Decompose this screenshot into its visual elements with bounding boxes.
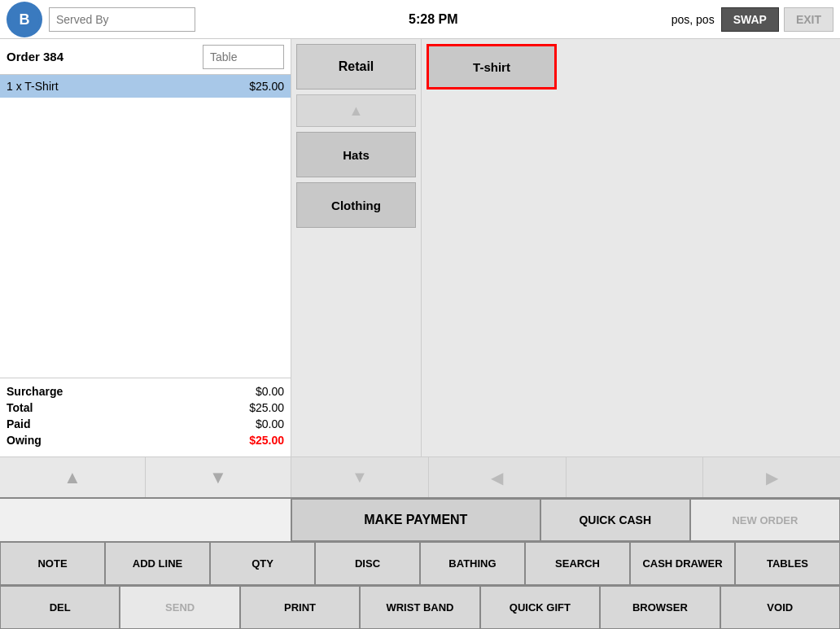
- quick-cash-button[interactable]: QUICK CASH: [540, 499, 690, 541]
- hats-button[interactable]: Hats: [296, 132, 416, 177]
- clothing-button[interactable]: Clothing: [296, 182, 416, 228]
- quick-gift-button[interactable]: QUICK GIFT: [480, 586, 600, 629]
- cash-drawer-button[interactable]: CASH DRAWER: [630, 542, 735, 585]
- order-label: Order 384: [7, 50, 63, 63]
- spacer-arrow: [567, 457, 704, 497]
- right-arrow-right[interactable]: ▶: [703, 457, 840, 497]
- left-arrow-mid[interactable]: ◀: [429, 457, 567, 497]
- exit-button[interactable]: EXIT: [784, 7, 833, 32]
- time-display: 5:28 PM: [195, 12, 672, 27]
- del-button[interactable]: DEL: [0, 586, 120, 629]
- print-button[interactable]: PRINT: [240, 586, 360, 629]
- order-items: 1 x T-Shirt $25.00: [0, 75, 291, 378]
- swap-button[interactable]: SWAP: [721, 7, 779, 32]
- up-arrow[interactable]: ▲: [296, 94, 416, 127]
- bottom-arrows: ▼ ◀ ▶: [291, 456, 840, 497]
- category-area: Retail ▲ Hats Clothing T-shirt: [291, 39, 840, 456]
- browser-button[interactable]: BROWSER: [600, 586, 720, 629]
- owing-value: $25.00: [249, 434, 284, 447]
- wrist-band-button[interactable]: WRIST BAND: [360, 586, 479, 629]
- order-item-name: 1 x T-Shirt: [7, 80, 249, 93]
- bathing-button[interactable]: BATHING: [420, 542, 525, 585]
- paid-label: Paid: [7, 417, 31, 430]
- table-input[interactable]: [203, 45, 284, 69]
- right-category-col: T-shirt: [422, 39, 840, 456]
- tables-button[interactable]: TABLES: [735, 542, 840, 585]
- owing-label: Owing: [7, 434, 42, 447]
- owing-row: Owing $25.00: [7, 434, 284, 447]
- new-order-button[interactable]: NEW ORDER: [690, 499, 840, 541]
- header: B 5:28 PM pos, pos SWAP EXIT: [0, 0, 840, 39]
- qty-button[interactable]: QTY: [210, 542, 315, 585]
- bottom-bar3: DEL SEND PRINT WRIST BAND QUICK GIFT BRO…: [0, 585, 840, 629]
- order-totals: Surcharge $0.00 Total $25.00 Paid $0.00 …: [0, 378, 291, 456]
- void-button[interactable]: VOID: [720, 586, 840, 629]
- content-area: Order 384 1 x T-Shirt $25.00 Surcharge $…: [0, 39, 840, 497]
- right-panel: Retail ▲ Hats Clothing T-shirt ▼ ◀ ▶: [291, 39, 840, 497]
- surcharge-value: $0.00: [256, 385, 284, 398]
- paid-row: Paid $0.00: [7, 417, 284, 430]
- app: B 5:28 PM pos, pos SWAP EXIT Order 384 1…: [0, 0, 840, 629]
- make-payment-button[interactable]: MAKE PAYMENT: [291, 499, 540, 541]
- order-header: Order 384: [0, 39, 291, 75]
- note-button[interactable]: NOTE: [0, 542, 105, 585]
- search-button[interactable]: SEARCH: [525, 542, 630, 585]
- total-row: Total $25.00: [7, 401, 284, 414]
- svg-text:B: B: [20, 11, 30, 28]
- down-arrow-left[interactable]: ▼: [291, 457, 429, 497]
- total-label: Total: [7, 401, 33, 414]
- order-item-price: $25.00: [249, 80, 284, 93]
- total-value: $25.00: [249, 401, 284, 414]
- add-line-button[interactable]: ADD LINE: [105, 542, 210, 585]
- retail-button[interactable]: Retail: [296, 44, 416, 90]
- left-bottom-arrows: ▲ ▼: [0, 456, 291, 497]
- left-category-col: Retail ▲ Hats Clothing: [291, 39, 422, 456]
- left-panel: Order 384 1 x T-Shirt $25.00 Surcharge $…: [0, 39, 291, 497]
- send-button[interactable]: SEND: [120, 586, 239, 629]
- bottom-bar1: MAKE PAYMENT QUICK CASH NEW ORDER: [0, 497, 840, 541]
- disc-button[interactable]: DISC: [315, 542, 420, 585]
- tshirt-button[interactable]: T-shirt: [427, 44, 557, 90]
- left-up-arrow[interactable]: ▲: [0, 457, 146, 497]
- left-down-arrow[interactable]: ▼: [146, 457, 291, 497]
- served-by-input[interactable]: [49, 7, 195, 32]
- surcharge-row: Surcharge $0.00: [7, 385, 284, 398]
- paid-value: $0.00: [256, 417, 284, 430]
- bottom-bar2: NOTE ADD LINE QTY DISC BATHING SEARCH CA…: [0, 541, 840, 585]
- surcharge-label: Surcharge: [7, 385, 63, 398]
- user-info: pos, pos: [672, 13, 715, 26]
- logo: B: [7, 2, 42, 37]
- order-item[interactable]: 1 x T-Shirt $25.00: [0, 75, 291, 98]
